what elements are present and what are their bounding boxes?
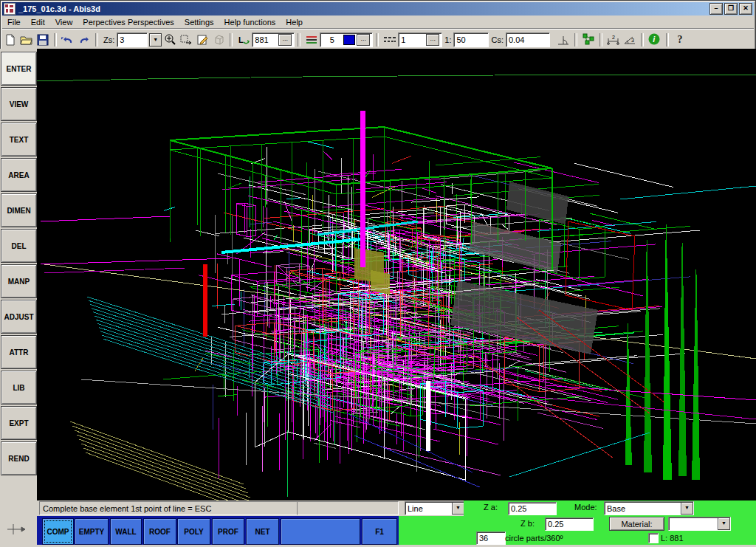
measure-distance-icon[interactable]: 2 (606, 32, 621, 47)
circle-parts-field[interactable]: 36 (476, 531, 506, 545)
bottom-button-wall[interactable]: WALL (110, 518, 142, 545)
bottom-button-net[interactable]: NET (246, 518, 279, 545)
circle-parts-label: circle parts/360º (505, 534, 563, 543)
za-label: Z a: (484, 503, 498, 512)
element-type-dropdown[interactable]: Line▼ (405, 501, 465, 515)
undo-icon[interactable] (61, 32, 75, 47)
layer-field[interactable]: 881 ... (252, 32, 295, 47)
sidebar-button-text[interactable]: TEXT (1, 123, 37, 156)
toolbar: Zs: 3 ▼ L 881 ... 5 ... 1 ... 1: 50 Cs: (2, 29, 754, 50)
new-file-icon[interactable] (3, 32, 18, 47)
sidebar-button-del[interactable]: DEL (1, 229, 37, 263)
sidebar-button-view[interactable]: VIEW (1, 87, 37, 121)
material-dropdown-arrow: ▼ (718, 517, 730, 530)
menu-item-perpectives-perspectives[interactable]: Perpectives Perspectives (78, 17, 179, 27)
redo-icon[interactable] (77, 32, 92, 47)
viewport-3d[interactable] (37, 49, 756, 500)
zb-field[interactable]: 0.25 (545, 517, 594, 531)
help-icon[interactable]: ? (673, 32, 687, 47)
menu-item-view[interactable]: View (50, 17, 78, 27)
line-color-icon[interactable] (304, 32, 319, 47)
svg-text:2: 2 (612, 35, 615, 40)
minimize-button[interactable]: – (709, 3, 723, 15)
axis-datum-icon (6, 520, 31, 538)
linestyle-icon[interactable] (382, 32, 397, 47)
status-row: Complete base element 1st point of line … (37, 500, 756, 516)
green-panel-bottom: Z b: 0.25 Material: ▼ 36 circle parts/36… (399, 516, 756, 545)
sidebar-button-adjust[interactable]: ADJUST (1, 300, 37, 334)
menu-item-file[interactable]: File (2, 17, 26, 27)
zs-dropdown[interactable]: 3 (117, 32, 148, 47)
titlebar: _175_01c.3d - Abis3d – ❐ ✕ (2, 2, 754, 16)
element-type-dropdown-arrow: ▼ (452, 502, 464, 515)
close-button[interactable]: ✕ (739, 3, 752, 15)
sidebar-button-area[interactable]: AREA (1, 158, 37, 192)
zs-dropdown-arrow[interactable]: ▼ (149, 33, 162, 47)
save-icon[interactable] (35, 32, 50, 47)
sidebar-button-expt[interactable]: EXPT (1, 406, 37, 440)
open-file-icon[interactable] (19, 32, 34, 47)
menu-item-settings[interactable]: Settings (179, 17, 219, 27)
sidebar-button-dimen[interactable]: DIMEN (1, 193, 37, 227)
sidebar: ENTERVIEWTEXTAREADIMENDELMANPADJUSTATTRL… (0, 49, 38, 513)
svg-text:3: 3 (631, 38, 634, 43)
sidebar-button-enter[interactable]: ENTER (1, 52, 37, 86)
menubar: FileEditViewPerpectives PerspectivesSett… (2, 16, 754, 29)
pen-field[interactable]: 5 ... (320, 32, 373, 47)
select-move-icon[interactable] (179, 32, 193, 47)
menu-item-edit[interactable]: Edit (26, 17, 50, 27)
bottom-button-roof[interactable]: ROOF (143, 518, 176, 545)
angle-icon[interactable] (556, 32, 571, 47)
pen-more-button[interactable]: ... (357, 34, 370, 46)
green-panel-top: Z a: 0.25 Mode: Base▼ (464, 500, 756, 516)
sidebar-button-manp[interactable]: MANP (1, 264, 37, 298)
layer-more-button[interactable]: ... (278, 34, 292, 46)
scale-field[interactable]: 50 (453, 32, 489, 47)
zb-label: Z b: (520, 519, 535, 528)
edit-sheet-icon[interactable] (195, 32, 210, 47)
length-label: L: 881 (661, 534, 684, 543)
window-title: _175_01c.3d - Abis3d (18, 4, 100, 13)
layer-icon[interactable]: L (236, 32, 251, 47)
status-message: Complete base element 1st point of line … (39, 501, 300, 515)
length-checkbox[interactable] (648, 533, 659, 543)
info-icon[interactable]: i (647, 32, 662, 47)
bottom-button-poly[interactable]: POLY (177, 518, 210, 545)
bottom-button-blank[interactable] (281, 518, 360, 545)
linestyle-more-button[interactable]: ... (426, 34, 439, 46)
bottom-button-f1[interactable]: F1 (362, 518, 397, 545)
sidebar-button-attr[interactable]: ATTR (1, 335, 37, 369)
zs-label: Zs: (103, 35, 114, 44)
app-icon (4, 3, 16, 15)
bottom-button-empty[interactable]: EMPTY (75, 518, 109, 545)
mode-label: Mode: (574, 503, 597, 512)
menu-item-help[interactable]: Help (281, 17, 308, 27)
cs-label: Cs: (491, 35, 504, 44)
pen-color-swatch[interactable] (343, 35, 355, 45)
sidebar-button-lib[interactable]: LIB (1, 371, 37, 405)
menu-item-help-functions[interactable]: Help functions (219, 17, 281, 27)
scale-label: 1: (444, 35, 451, 44)
datum-corner-box (0, 513, 38, 545)
mode-dropdown-arrow: ▼ (681, 502, 693, 515)
linestyle-field[interactable]: 1 ... (398, 32, 442, 47)
component-button-strip: COMPEMPTYWALLROOFPOLYPROFNETF1 (37, 516, 399, 545)
material-dropdown[interactable]: ▼ (668, 517, 731, 531)
zoom-in-icon[interactable] (162, 32, 177, 47)
sidebar-button-rend[interactable]: REND (1, 441, 37, 475)
material-button[interactable]: Material: (609, 517, 664, 531)
structure-nodes-icon[interactable] (581, 32, 596, 47)
restore-button[interactable]: ❐ (724, 3, 738, 15)
cs-field[interactable]: 0.04 (506, 32, 550, 47)
svg-text:L: L (238, 35, 244, 44)
cube-icon (211, 32, 226, 47)
status-secondary-field (297, 501, 399, 515)
bottom-button-comp[interactable]: COMP (42, 518, 74, 545)
za-field[interactable]: 0.25 (508, 502, 557, 515)
bottom-row: COMPEMPTYWALLROOFPOLYPROFNETF1 Z b: 0.25… (37, 516, 756, 545)
measure-angle-icon[interactable]: 3 (622, 32, 637, 47)
mode-dropdown[interactable]: Base▼ (604, 501, 694, 515)
bottom-button-prof[interactable]: PROF (212, 518, 244, 545)
